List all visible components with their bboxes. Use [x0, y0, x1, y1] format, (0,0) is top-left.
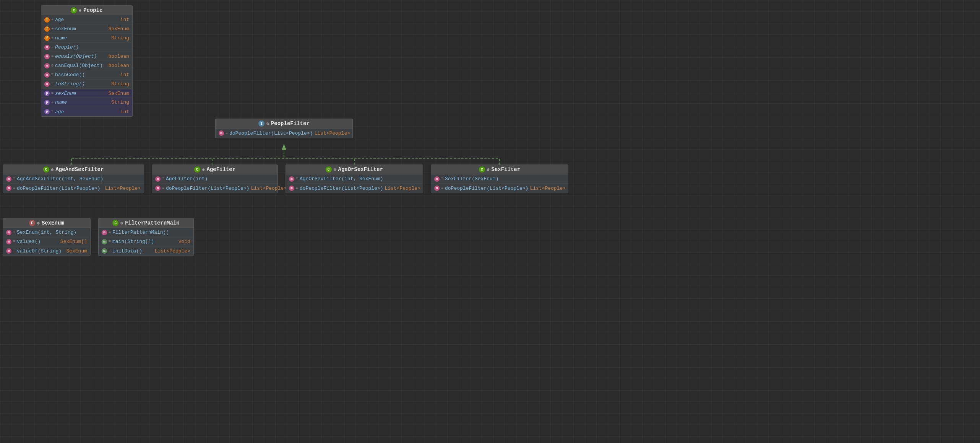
- ageandsexfilter-icon: C: [43, 166, 49, 173]
- method-icon: m: [44, 45, 50, 50]
- inherited-name: age: [55, 109, 119, 115]
- method-name: doPeopleFilter(List<People>): [229, 130, 313, 136]
- ageandsexfilter-title: AgeAndSexFilter: [55, 166, 104, 173]
- ageandsexfilter-vis-icon: ⊕: [51, 167, 54, 172]
- method-name: AgeFilter(int): [166, 176, 274, 182]
- field-name: name: [55, 35, 110, 41]
- peoplefilter-vis-icon: ⊕: [266, 121, 269, 126]
- people-method-equals: m = equals(Object) boolean: [41, 52, 132, 61]
- people-field-sexenum: f + sexEnum SexEnum: [41, 24, 132, 34]
- method-name: doPeopleFilter(List<People>): [445, 186, 528, 191]
- sexfilter-class: C ⊕ SexFilter m = SexFilter(SexEnum) m =…: [431, 164, 568, 193]
- sexenum-class: E ⊕ SexEnum m + SexEnum(int, String) m =…: [3, 218, 91, 256]
- method-name: doPeopleFilter(List<People>): [300, 186, 383, 191]
- people-class-icon: C: [71, 7, 77, 13]
- method-type: List<People>: [530, 186, 566, 191]
- method-type: List<People>: [154, 248, 190, 254]
- field-name: sexEnum: [55, 26, 107, 32]
- method-type: boolean: [108, 63, 129, 68]
- ageorsexfilter-method-filter: m = doPeopleFilter(List<People>) List<Pe…: [286, 184, 423, 193]
- method-type: SexEnum: [66, 248, 87, 254]
- filterpattermain-icon: C: [112, 220, 118, 226]
- peoplefilter-header: I ⊕ PeopleFilter: [216, 119, 352, 129]
- filterpattermain-class: C ⊕ FilterPatternMain m = FilterPatternM…: [98, 218, 194, 256]
- people-header: C ⊕ People: [41, 6, 132, 15]
- method-icon: m: [6, 176, 11, 182]
- inherited-name: sexEnum: [55, 91, 107, 96]
- sexfilter-method-filter: m = doPeopleFilter(List<People>) List<Pe…: [431, 184, 568, 193]
- method-icon: m: [102, 239, 107, 244]
- method-name: canEqual(Object): [55, 63, 107, 68]
- sexenum-vis-icon: ⊕: [37, 221, 40, 226]
- method-icon: m: [434, 186, 440, 191]
- field-type: String: [111, 35, 129, 41]
- filterpattermain-title: FilterPatternMain: [125, 220, 180, 226]
- method-icon: m: [6, 230, 11, 235]
- people-inherited-sexenum: p = sexEnum SexEnum: [41, 89, 132, 98]
- method-icon: m: [289, 176, 294, 182]
- method-icon: m: [6, 239, 11, 244]
- people-title: People: [83, 7, 102, 13]
- method-name: doPeopleFilter(List<People>): [166, 186, 249, 191]
- svg-marker-2: [282, 144, 286, 150]
- method-type: List<People>: [105, 186, 141, 191]
- inherited-icon: p: [44, 109, 50, 114]
- method-icon: m: [102, 248, 107, 254]
- method-name: doPeopleFilter(List<People>): [17, 186, 103, 191]
- method-name: main(String[]): [112, 239, 177, 244]
- sexenum-method-values: m = values() SexEnum[]: [3, 237, 90, 246]
- method-type: void: [178, 239, 190, 244]
- method-type: List<People>: [385, 186, 420, 191]
- sexenum-method-valueof: m = valueOf(String) SexEnum: [3, 246, 90, 256]
- people-field-age: f + age int: [41, 15, 132, 24]
- inherited-type: String: [111, 99, 129, 105]
- ageorsexfilter-title: AgeOrSexFilter: [338, 166, 383, 173]
- field-icon: f: [44, 26, 50, 32]
- inherited-icon: p: [44, 100, 50, 105]
- inherited-type: SexEnum: [108, 91, 129, 96]
- sexenum-method-constructor: m + SexEnum(int, String): [3, 228, 90, 237]
- ageorsexfilter-class: C ⊕ AgeOrSexFilter m = AgeOrSexFilter(in…: [286, 164, 423, 193]
- method-name: People(): [55, 44, 129, 50]
- peoplefilter-method: m = doPeopleFilter(List<People>) List<Pe…: [216, 129, 352, 138]
- method-name: AgeAndSexFilter(int, SexEnum): [17, 176, 141, 182]
- agefilter-icon: C: [194, 166, 200, 173]
- people-class: C ⊕ People f + age int f + sexEnum SexEn…: [41, 5, 133, 117]
- agefilter-title: AgeFilter: [207, 166, 236, 173]
- field-name: age: [55, 17, 119, 23]
- field-type: SexEnum: [108, 26, 129, 32]
- peoplefilter-title: PeopleFilter: [271, 121, 310, 127]
- agefilter-method-filter: m = doPeopleFilter(List<People>) List<Pe…: [152, 184, 277, 193]
- sexfilter-icon: C: [479, 166, 485, 173]
- method-name: initData(): [112, 248, 153, 254]
- agefilter-class: C ⊕ AgeFilter m = AgeFilter(int) m = doP…: [152, 164, 278, 193]
- people-method-canequal: m ø canEqual(Object) boolean: [41, 61, 132, 70]
- method-type: List<People>: [314, 130, 350, 136]
- method-icon: m: [44, 81, 50, 87]
- sexfilter-method-constructor: m = SexFilter(SexEnum): [431, 174, 568, 184]
- method-icon: m: [155, 186, 161, 191]
- sexenum-icon: E: [29, 220, 35, 226]
- field-icon: f: [44, 17, 50, 23]
- people-inherited-name: p = name String: [41, 98, 132, 107]
- people-field-name: f + name String: [41, 34, 132, 43]
- method-type: List<People>: [251, 186, 287, 191]
- agefilter-method-constructor: m = AgeFilter(int): [152, 174, 277, 184]
- method-name: AgeOrSexFilter(int, SexEnum): [300, 176, 420, 182]
- method-icon: m: [44, 63, 50, 68]
- method-name: SexEnum(int, String): [17, 230, 87, 235]
- method-name: toString(): [55, 81, 110, 87]
- filterpattermain-header: C ⊕ FilterPatternMain: [99, 218, 193, 228]
- agefilter-vis-icon: ⊕: [202, 167, 205, 172]
- method-icon: m: [219, 130, 224, 136]
- method-icon: m: [44, 72, 50, 78]
- method-name: valueOf(String): [17, 248, 65, 254]
- ageorsexfilter-icon: C: [326, 166, 332, 173]
- people-method-constructor: m = People(): [41, 43, 132, 52]
- sexfilter-title: SexFilter: [492, 166, 521, 173]
- method-type: int: [120, 72, 129, 78]
- field-type: int: [120, 17, 129, 23]
- ageorsexfilter-method-constructor: m = AgeOrSexFilter(int, SexEnum): [286, 174, 423, 184]
- sexfilter-vis-icon: ⊕: [487, 167, 490, 172]
- field-icon: f: [44, 36, 50, 41]
